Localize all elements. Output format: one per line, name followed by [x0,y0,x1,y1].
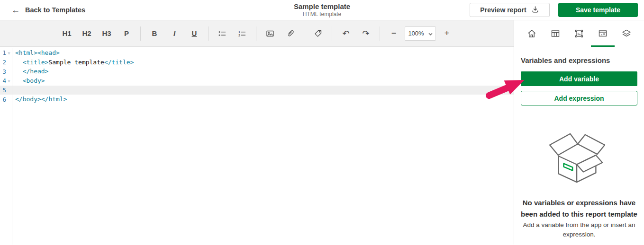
code-token: <title> [23,59,49,66]
toolbar-separator [208,26,209,41]
toolbar-separator [256,26,256,41]
title-block: Sample template HTML template [294,2,350,18]
tab-variables-and-expressions[interactable]: x [591,20,615,47]
code-token [15,68,23,75]
line-number: 4 [0,77,6,84]
heading2-button[interactable]: H2 [78,26,96,42]
report-template-editor: ← Back to Templates Sample template HTML… [0,0,644,245]
sidebar-heading: Variables and expressions [521,56,637,64]
zoom-out-icon: − [391,28,397,38]
gutter-line: 4v [0,76,12,86]
toolbar-separator [140,26,141,41]
line-number: 6 [0,96,6,103]
chart-icon [573,28,585,39]
code-line[interactable]: <body> [12,76,514,86]
line-number: 1 [0,49,6,56]
svg-text:x: x [600,33,603,36]
code-token [15,59,23,66]
main-area: H1 H2 H3 P B I U [0,20,644,245]
tab-tables[interactable] [544,20,567,47]
numbered-list-button[interactable]: 1 2 [233,26,251,42]
paragraph-button[interactable]: P [118,26,136,42]
code-token: </body></html> [15,96,67,103]
italic-button[interactable]: I [165,26,183,42]
undo-button[interactable]: ↶ [337,26,355,42]
fold-icon[interactable]: v [6,79,12,83]
line-number: 5 [0,87,6,94]
zoom-in-button[interactable]: + [438,26,456,42]
insert-tag-button[interactable] [309,26,327,42]
right-sidebar: x Variables and expressions Add vari [514,20,644,245]
code-token: <html><head> [15,49,60,56]
code-token [15,77,23,84]
code-line[interactable]: </body></html> [12,95,514,104]
code-line[interactable]: <html><head> [12,48,514,58]
line-number: 2 [0,59,6,66]
formatting-toolbar: H1 H2 H3 P B I U [0,20,514,47]
table-icon [550,28,561,39]
gutter-line: 5 [0,86,12,95]
gutter-line: 1v [0,48,12,58]
page-title: Sample template [294,2,350,10]
tab-charts[interactable] [567,20,591,47]
zoom-level-value: 100% [408,30,424,37]
page-subtitle: HTML template [294,11,350,18]
zoom-out-button[interactable]: − [385,26,403,42]
empty-state-title: No variables or expressions have been ad… [520,197,638,220]
toolbar-separator [304,26,304,41]
bold-button[interactable]: B [145,26,163,42]
fold-icon[interactable]: v [6,51,12,55]
add-expression-button[interactable]: Add expression [521,91,637,105]
svg-text:2: 2 [238,33,240,36]
gutter-line: 6 [0,95,12,104]
code-token: Sample template [48,59,104,66]
empty-state-description: Add a variable from the app or insert an… [520,220,638,239]
heading1-button[interactable]: H1 [58,26,76,42]
gutter-line: 2 [0,58,12,67]
preview-report-button[interactable]: Preview report [470,3,550,17]
empty-box-illustration [544,129,614,187]
code-line[interactable]: <title>Sample template</title> [12,58,514,67]
back-arrow-icon: ← [11,6,20,14]
code-token: </head> [23,68,49,75]
code-line[interactable]: </head> [12,67,514,76]
editor-gutter: 1v234v56 [0,48,12,245]
undo-icon: ↶ [342,28,349,39]
editor-code[interactable]: <html><head> <title>Sample template</tit… [12,48,514,245]
header-actions: Preview report Save template [470,3,638,17]
preview-report-label: Preview report [480,6,526,14]
code-editor[interactable]: 1v234v56 <html><head> <title>Sample temp… [0,47,514,245]
image-icon [265,29,275,38]
zoom-in-icon: + [444,28,450,38]
code-token: </title> [104,59,134,66]
code-line[interactable] [12,86,514,95]
gutter-line: 3 [0,67,12,76]
zoom-level-dropdown[interactable]: 100% [405,26,436,41]
code-token: <body> [23,77,45,84]
tab-layers[interactable] [615,20,638,47]
toolbar-separator [380,26,380,41]
bullet-list-button[interactable] [213,26,231,42]
save-template-button[interactable]: Save template [558,3,638,17]
editor-pane: H1 H2 H3 P B I U [0,20,514,245]
toolbar-separator [332,26,332,41]
home-icon [526,28,537,39]
variables-icon: x [597,28,608,39]
redo-button[interactable]: ↷ [357,26,375,42]
numbered-list-icon: 1 2 [237,29,247,38]
tag-icon [313,29,323,38]
download-icon [531,5,539,15]
insert-image-button[interactable] [261,26,279,42]
tab-home[interactable] [520,20,544,47]
back-to-templates-link[interactable]: ← Back to Templates [11,6,85,14]
redo-icon: ↷ [362,28,369,39]
heading3-button[interactable]: H3 [98,26,116,42]
chevron-down-icon [428,30,433,37]
insert-link-button[interactable] [281,26,299,42]
add-variable-button[interactable]: Add variable [521,71,637,86]
underline-button[interactable]: U [185,26,203,42]
layers-icon [621,28,632,39]
back-label: Back to Templates [25,6,85,14]
header: ← Back to Templates Sample template HTML… [0,0,644,20]
bullet-list-icon [218,29,227,38]
